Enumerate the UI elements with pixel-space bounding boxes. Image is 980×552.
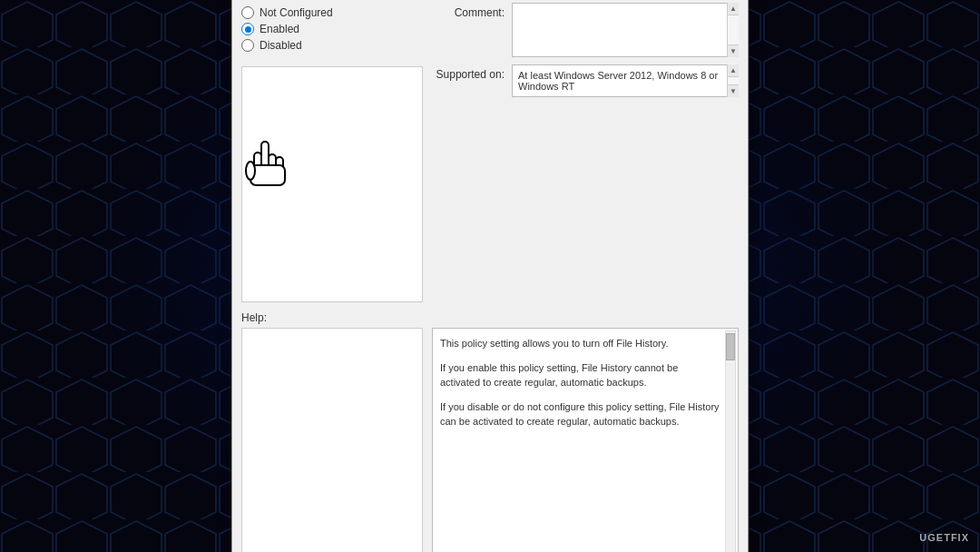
help-scroll-thumb[interactable] xyxy=(726,333,735,360)
help-paragraph-3: If you disable or do not configure this … xyxy=(440,399,720,429)
comment-textarea[interactable] xyxy=(512,3,739,57)
comment-scrollbar: ▲ ▼ xyxy=(727,3,739,57)
help-content-row: This policy setting allows you to turn o… xyxy=(241,328,739,552)
supported-scroll-track xyxy=(728,77,739,84)
supported-text: At least Windows Server 2012, Windows 8 … xyxy=(518,70,732,92)
enabled-radio[interactable] xyxy=(241,23,254,35)
disabled-option[interactable]: Disabled xyxy=(241,39,423,52)
comment-wrapper: ▲ ▼ xyxy=(512,3,739,57)
enabled-option[interactable]: Enabled xyxy=(241,23,423,35)
help-text-box: This policy setting allows you to turn o… xyxy=(432,328,739,552)
comment-label: Comment: xyxy=(432,3,505,19)
supported-label: Supported on: xyxy=(432,64,505,81)
scroll-track xyxy=(728,15,739,44)
dialog-window: Turn off File History — □ ✕ Turn off Fil… xyxy=(231,0,749,552)
help-section: Help: This policy setting allows you to … xyxy=(232,311,748,552)
watermark: UGETFIX xyxy=(919,532,969,543)
scroll-up-arrow[interactable]: ▲ xyxy=(728,3,739,15)
left-panel: Not Configured Enabled Disabled xyxy=(241,3,423,302)
help-label: Help: xyxy=(241,311,739,324)
main-content: Not Configured Enabled Disabled Comm xyxy=(232,0,748,311)
help-paragraph-2: If you enable this policy setting, File … xyxy=(440,360,720,390)
supported-scroll-down[interactable]: ▼ xyxy=(728,84,739,97)
enabled-label: Enabled xyxy=(260,23,299,35)
supported-box: At least Windows Server 2012, Windows 8 … xyxy=(512,64,739,97)
not-configured-option[interactable]: Not Configured xyxy=(241,6,423,19)
left-options-box xyxy=(241,66,423,302)
not-configured-radio[interactable] xyxy=(241,6,254,19)
supported-scroll-up[interactable]: ▲ xyxy=(728,64,739,77)
comment-row: Comment: ▲ ▼ xyxy=(432,3,739,57)
help-left-box xyxy=(241,328,423,552)
radio-group: Not Configured Enabled Disabled xyxy=(241,6,423,52)
disabled-radio[interactable] xyxy=(241,39,254,52)
scroll-down-arrow[interactable]: ▼ xyxy=(728,44,739,57)
disabled-label: Disabled xyxy=(260,39,302,52)
help-paragraph-1: This policy setting allows you to turn o… xyxy=(440,336,720,351)
supported-row: Supported on: At least Windows Server 20… xyxy=(432,64,739,97)
not-configured-label: Not Configured xyxy=(260,6,333,19)
supported-scrollbar: ▲ ▼ xyxy=(727,64,739,97)
help-scroll-track xyxy=(725,330,736,552)
right-panel: Comment: ▲ ▼ Supported on: At least Wind… xyxy=(432,3,739,302)
